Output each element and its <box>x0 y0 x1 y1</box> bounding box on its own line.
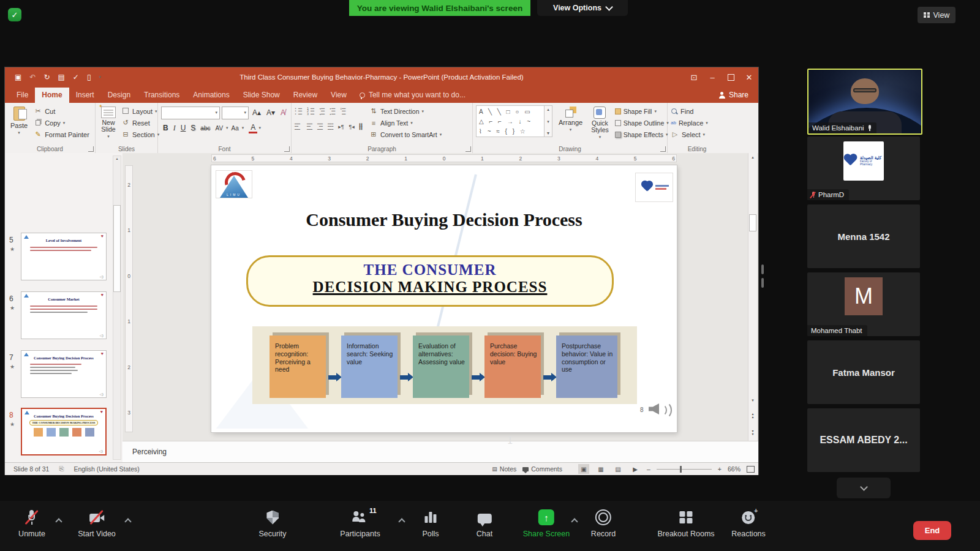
tab-slideshow[interactable]: Slide Show <box>236 88 287 103</box>
tab-animations[interactable]: Animations <box>186 88 236 103</box>
text-direction-button[interactable]: ⇅Text Direction▾ <box>369 105 442 117</box>
section-button[interactable]: ⊟Section▾ <box>121 129 159 140</box>
format-painter-button[interactable]: ✎Format Painter <box>34 129 89 140</box>
previous-slide-button[interactable]: ▴▴ <box>748 411 757 420</box>
participant-tile-essam[interactable]: ESSAM ABEDY 2... <box>807 408 920 472</box>
process-step-5[interactable]: Postpurchase behavior: Value in consumpt… <box>556 335 617 398</box>
tab-design[interactable]: Design <box>101 88 137 103</box>
slide-thumbnail-5[interactable]: ♥ Level of Involvement ◁) <box>21 233 107 280</box>
convert-smartart-button[interactable]: ⊞Convert to SmartArt▾ <box>369 129 442 140</box>
new-file-icon[interactable]: ▯ <box>87 73 91 81</box>
slide-thumbnail-7[interactable]: ♥ Consumer Buying Decision Process ◁) <box>21 350 107 398</box>
reset-button[interactable]: ↺Reset <box>121 117 159 129</box>
scroll-up-icon[interactable]: ▴ <box>113 156 121 160</box>
participant-tile-walid[interactable]: Walid Elshaibani <box>807 69 922 135</box>
scroll-down-icon[interactable]: ▾ <box>748 398 757 403</box>
paste-button[interactable]: Paste ▾ <box>8 105 30 137</box>
increase-indent-icon[interactable]: ▸━━ ━━ ▸━━ <box>330 107 335 116</box>
chat-button[interactable]: Chat <box>477 509 492 538</box>
drawing-dialog-launcher[interactable] <box>660 146 666 152</box>
share-screen-button[interactable]: ↑ Share Screen <box>523 509 570 538</box>
start-slideshow-icon[interactable]: ▤ <box>58 73 64 81</box>
slide-canvas[interactable]: LIMU Consumer Buying Decision Process TH… <box>211 165 677 432</box>
align-right-icon[interactable]: ━━━ ━━ ━━━ <box>317 122 323 131</box>
clipboard-dialog-launcher[interactable] <box>88 146 94 152</box>
paragraph-dialog-launcher[interactable] <box>466 146 471 152</box>
shape-gallery-scroll[interactable]: ▴▾▼ <box>545 105 552 137</box>
quick-styles-button[interactable]: Quick Styles ▾ <box>589 105 611 141</box>
increase-font-button[interactable]: A▴ <box>251 108 263 117</box>
tab-review[interactable]: Review <box>287 88 324 103</box>
find-button[interactable]: Find <box>671 105 723 117</box>
zoom-slider-thumb[interactable] <box>680 466 682 473</box>
process-step-3[interactable]: Evaluation of alternatives: Assessing va… <box>413 335 469 398</box>
share-options-caret[interactable] <box>572 515 577 527</box>
language-status[interactable]: English (United States) <box>74 465 139 473</box>
numbering-icon[interactable]: 1 ━━ 2 ━━ 3 ━━ <box>307 107 314 116</box>
video-options-caret[interactable] <box>126 515 130 527</box>
arrange-button[interactable]: Arrange ▾ <box>556 105 585 133</box>
replace-button[interactable]: abReplace▾ <box>671 117 723 129</box>
zoom-out-button[interactable]: – <box>647 465 650 473</box>
italic-button[interactable]: I <box>172 124 178 133</box>
save-icon[interactable]: ▣ <box>15 73 21 81</box>
comments-toggle-button[interactable]: Comments <box>522 465 562 473</box>
select-button[interactable]: ▷Select▾ <box>671 129 723 140</box>
zoom-in-button[interactable]: + <box>718 465 722 473</box>
new-slide-button[interactable]: New Slide ▾ <box>99 105 118 140</box>
end-meeting-button[interactable]: End <box>913 521 951 540</box>
participant-tile-pharmd[interactable]: كلية الصيدلة Faculty of Pharmacy PharmD <box>807 137 920 200</box>
bullets-icon[interactable]: • ━━ • ━━ • ━━ <box>295 107 302 116</box>
editor-scrollbar[interactable]: ▴ ▾ ▴▴ ▾▾ <box>748 153 757 441</box>
next-slide-button[interactable]: ▾▾ <box>748 429 757 437</box>
participants-button[interactable]: 11 Participants <box>340 509 380 538</box>
align-left-icon[interactable]: ━━━ ━━ ━━━ <box>295 122 300 131</box>
tab-home[interactable]: Home <box>35 88 69 103</box>
zoom-level[interactable]: 66% <box>728 465 741 473</box>
pharmacy-logo[interactable] <box>635 173 673 202</box>
slideshow-view-button[interactable]: ▶ <box>630 464 641 474</box>
fit-slide-button[interactable] <box>747 466 755 473</box>
process-step-2[interactable]: Information search: Seeking value <box>341 335 398 398</box>
line-spacing-icon[interactable]: ↕━━ ━━ ━━ <box>340 107 345 116</box>
meeting-secure-shield-icon[interactable]: ✓ <box>8 8 21 21</box>
text-shadow-button[interactable]: S <box>189 124 197 132</box>
participant-tile-mohamed[interactable]: M Mohamed Thabt <box>807 272 920 336</box>
start-video-button[interactable]: Start Video <box>78 509 116 538</box>
limu-logo[interactable]: LIMU <box>216 170 252 198</box>
scrollbar-thumb[interactable] <box>749 214 756 231</box>
reactions-button[interactable]: + Reactions <box>731 509 766 538</box>
shape-fill-button[interactable]: Shape Fill▾ <box>615 105 669 117</box>
accessibility-icon[interactable]: ⎘ <box>59 465 64 473</box>
reading-view-button[interactable]: ▤ <box>612 464 624 474</box>
share-button[interactable]: Share <box>709 88 758 103</box>
bold-button[interactable]: B <box>161 124 170 132</box>
font-name-combo[interactable]: ▾ <box>161 107 220 119</box>
justify-icon[interactable]: ━━━ ━━━ ━━━ <box>328 122 333 131</box>
align-center-icon[interactable]: ━━━ ━━ ━━━ <box>305 122 312 131</box>
shape-gallery[interactable]: A ╲ ╲ □ ○ ▭△ ⌐ ⌐ → ↓ ~⌇ ~ ≈ { } ☆ <box>476 105 545 137</box>
participant-tile-menna[interactable]: Menna 1542 <box>807 204 920 268</box>
thumbnail-scrollbar[interactable]: ▴ <box>113 156 121 460</box>
spelling-icon[interactable]: ✓ <box>73 73 79 81</box>
decrease-indent-icon[interactable]: ◂━━ ━━ ◂━━ <box>319 107 325 116</box>
tab-insert[interactable]: Insert <box>69 88 101 103</box>
process-step-1[interactable]: Problem recognition: Perceiving a need <box>270 335 326 398</box>
shape-effects-button[interactable]: Shape Effects▾ <box>615 129 669 140</box>
scrollbar-thumb[interactable] <box>113 205 121 292</box>
ribbon-display-options-icon[interactable]: ⊡ <box>685 67 703 87</box>
scroll-up-icon[interactable]: ▴ <box>748 153 757 160</box>
redo-icon[interactable]: ↻ <box>43 73 50 81</box>
participant-tile-fatma[interactable]: Fatma Mansor <box>807 340 920 404</box>
normal-view-button[interactable]: ▣ <box>578 464 589 474</box>
font-color-button[interactable]: A <box>249 123 257 133</box>
unmute-button[interactable]: Unmute <box>18 509 45 538</box>
restore-button[interactable] <box>722 67 740 87</box>
process-step-4[interactable]: Purchase decision: Buying value <box>484 335 541 398</box>
customize-qat-icon[interactable]: ▾ <box>99 75 101 80</box>
panel-resize-handle[interactable] <box>761 264 765 288</box>
shape-outline-button[interactable]: Shape Outline▾ <box>615 117 669 129</box>
decision-banner[interactable]: THE CONSUMER DECISION MAKING PROCESS <box>246 255 614 307</box>
breakout-rooms-button[interactable]: Breakout Rooms <box>657 509 714 538</box>
tellme-box[interactable]: Tell me what you want to do... <box>353 88 472 103</box>
